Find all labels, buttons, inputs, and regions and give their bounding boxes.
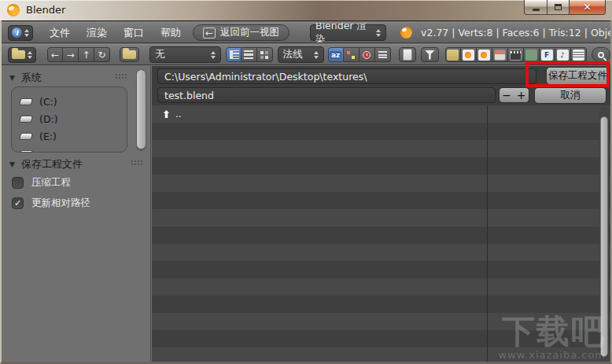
system-panel-header[interactable]: ▼ 系统 [9, 71, 42, 85]
disk-icon [19, 98, 33, 105]
menu-help[interactable]: 帮助 [160, 26, 181, 40]
filter-text-button[interactable] [571, 47, 587, 62]
sort-extension-icon [347, 51, 355, 59]
filter-folders-button[interactable] [445, 47, 461, 62]
cancel-button[interactable]: 取消 [534, 87, 606, 104]
sidebar: ▼ 系统 (C:) (D:) (E:) ▼ 保存 [2, 66, 151, 362]
blank-file-icon [403, 49, 412, 61]
decrement-filename-button[interactable]: − [499, 87, 514, 103]
menu-render[interactable]: 渲染 [87, 26, 107, 40]
drive-item-e[interactable]: (E:) [20, 127, 127, 145]
drive-item-partial[interactable] [20, 145, 127, 153]
search-icon [598, 52, 604, 58]
panel-grip-icon[interactable] [115, 73, 127, 79]
check-icon: ✓ [14, 198, 21, 208]
font-file-icon: F [541, 50, 553, 61]
info-icon: i [12, 28, 22, 38]
back-arrow-icon: ← [203, 28, 216, 39]
sidebar-scrollbar-thumb[interactable] [137, 70, 146, 149]
parent-up-icon: ⬆ [162, 108, 171, 120]
sort-size-button[interactable] [375, 47, 391, 62]
display-mode-buttons [226, 47, 273, 62]
short-list-view-button[interactable] [226, 47, 241, 62]
sidebar-scrollbar[interactable] [136, 69, 146, 151]
render-engine-dropdown[interactable]: Blender 渲染 [310, 24, 386, 41]
window-title: Blender [26, 4, 65, 16]
file-list[interactable]: ⬆ .. [152, 105, 610, 362]
drive-label: (E:) [39, 131, 57, 142]
filter-script-button[interactable] [524, 47, 540, 62]
filter-font-button[interactable]: F [540, 47, 555, 62]
file-list-scrollbar[interactable] [599, 107, 609, 360]
thumbnail-view-button[interactable] [257, 47, 273, 62]
back-dir-button[interactable]: ← [47, 47, 63, 62]
menu-file[interactable]: 文件 [50, 26, 70, 40]
filter-blend-button[interactable] [461, 47, 477, 62]
blend-file-icon [463, 50, 474, 61]
close-button[interactable]: ✕ [570, 0, 606, 15]
restore-icon [555, 4, 562, 10]
scene-stats: v2.77 | Verts:8 | Faces:6 | Tris:12 | Ob… [421, 27, 610, 39]
dropdown-arrows-icon [314, 51, 319, 59]
navigation-buttons: ← → ↑ ↻ [47, 47, 110, 62]
long-list-icon [244, 50, 253, 59]
filename-input[interactable] [157, 87, 496, 103]
filter-blend-backup-button[interactable] [477, 47, 492, 62]
forward-dir-button[interactable]: → [63, 47, 79, 62]
panel-grip-icon[interactable] [131, 160, 142, 166]
relative-paths-label: 更新相对路径 [31, 197, 90, 210]
thumbnail-icon [260, 50, 269, 60]
recent-folders-dropdown[interactable]: 无 [149, 46, 220, 63]
back-to-previous-button[interactable]: ← 返回前一视图 [193, 24, 289, 41]
sound-file-icon: ♪ [557, 50, 569, 61]
filter-movie-button[interactable] [508, 47, 524, 62]
compress-checkbox[interactable] [12, 177, 24, 189]
system-panel-title: 系统 [21, 71, 42, 85]
create-directory-button[interactable] [120, 47, 139, 62]
title-bar[interactable]: Blender ✕ [0, 0, 612, 20]
disk-icon [19, 116, 33, 123]
increment-filename-button[interactable]: + [514, 87, 529, 103]
refresh-button[interactable]: ↻ [94, 47, 110, 62]
blender-version-logo-icon [400, 27, 412, 39]
restore-button[interactable] [547, 0, 570, 15]
save-options-panel-title: 保存工程文件 [21, 157, 83, 171]
editor-type-selector-info[interactable]: i [8, 25, 33, 41]
dropdown-arrows-icon [376, 29, 381, 37]
parent-dir-button[interactable]: ↑ [79, 47, 94, 62]
window-controls: ✕ [524, 0, 606, 15]
recent-folders-value: 无 [155, 48, 165, 61]
display-size-dropdown[interactable]: 法线 [278, 46, 324, 63]
save-file-button[interactable]: 保存工程文件 [546, 67, 610, 85]
show-hidden-files-button[interactable] [399, 47, 417, 62]
search-button[interactable] [592, 47, 610, 62]
drive-item-c[interactable]: (C:) [20, 93, 127, 110]
parent-directory-label: .. [175, 108, 182, 119]
sort-time-button[interactable] [359, 47, 375, 62]
editor-type-selector-filebrowser[interactable] [8, 47, 36, 63]
filter-files-button[interactable] [421, 47, 439, 62]
directory-path-input[interactable] [157, 68, 536, 84]
file-browser-header: ← → ↑ ↻ 无 法线 az [2, 44, 610, 65]
blender-app: i 文件 渲染 窗口 帮助 ← 返回前一视图 Blender 渲染 v2.77 … [2, 20, 610, 362]
movie-file-icon [510, 50, 522, 61]
drive-item-d[interactable]: (D:) [20, 110, 127, 127]
image-file-icon [494, 50, 506, 61]
menu-window[interactable]: 窗口 [124, 26, 144, 40]
system-drives-panel: (C:) (D:) (E:) [11, 86, 127, 153]
sort-extension-button[interactable] [344, 47, 359, 62]
relative-paths-checkbox[interactable]: ✓ [12, 197, 24, 209]
disk-icon [19, 133, 33, 140]
save-options-panel-header[interactable]: ▼ 保存工程文件 [9, 157, 83, 171]
render-engine-value: Blender 渲染 [315, 22, 376, 43]
dropdown-arrows-icon [211, 51, 216, 59]
minimize-button[interactable] [524, 0, 547, 15]
minimize-icon [533, 9, 540, 11]
filter-sound-button[interactable]: ♪ [555, 47, 571, 62]
sort-alphabetical-button[interactable]: az [328, 47, 344, 62]
file-list-scrollbar-thumb[interactable] [600, 116, 608, 357]
column-divider [487, 105, 488, 362]
long-list-view-button[interactable] [241, 47, 257, 62]
parent-directory-row[interactable]: ⬆ .. [152, 105, 182, 123]
filter-image-button[interactable] [492, 47, 508, 62]
